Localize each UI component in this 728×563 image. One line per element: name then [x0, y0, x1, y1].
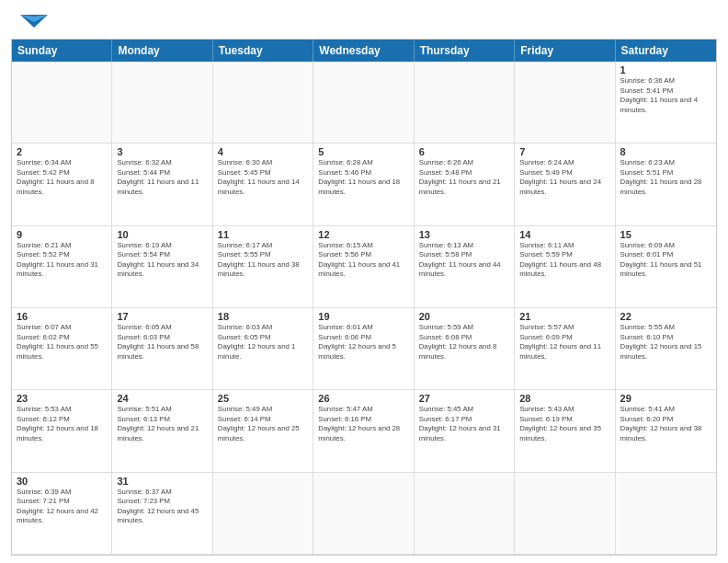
day-info: Sunrise: 5:59 AM Sunset: 6:08 PM Dayligh… — [419, 323, 509, 362]
day-info: Sunrise: 6:13 AM Sunset: 5:58 PM Dayligh… — [419, 241, 509, 280]
day-cell-22: 22Sunrise: 5:55 AM Sunset: 6:10 PM Dayli… — [616, 308, 716, 390]
empty-cell-0 — [12, 62, 112, 144]
calendar: SundayMondayTuesdayWednesdayThursdayFrid… — [11, 39, 717, 556]
day-number: 7 — [519, 146, 609, 157]
empty-cell-2 — [213, 62, 313, 144]
day-cell-28: 28Sunrise: 5:43 AM Sunset: 6:19 PM Dayli… — [515, 390, 615, 472]
header-day-wednesday: Wednesday — [313, 40, 414, 62]
day-cell-26: 26Sunrise: 5:47 AM Sunset: 6:16 PM Dayli… — [313, 390, 414, 472]
empty-cell-3 — [313, 62, 414, 144]
day-info: Sunrise: 6:05 AM Sunset: 6:03 PM Dayligh… — [117, 323, 207, 362]
empty-cell-41 — [616, 473, 716, 555]
day-number: 19 — [318, 311, 408, 322]
top-section — [11, 9, 717, 33]
day-info: Sunrise: 6:15 AM Sunset: 5:56 PM Dayligh… — [318, 241, 408, 280]
day-cell-31: 31Sunrise: 6:37 AM Sunset: 7:23 PM Dayli… — [112, 473, 212, 555]
header-day-friday: Friday — [515, 40, 615, 62]
day-info: Sunrise: 5:57 AM Sunset: 6:09 PM Dayligh… — [519, 323, 609, 362]
day-cell-7: 7Sunrise: 6:24 AM Sunset: 5:49 PM Daylig… — [515, 144, 615, 225]
empty-cell-39 — [415, 473, 515, 555]
day-number: 5 — [318, 146, 408, 157]
day-number: 14 — [519, 229, 609, 240]
day-number: 13 — [419, 229, 509, 240]
day-cell-6: 6Sunrise: 6:26 AM Sunset: 5:48 PM Daylig… — [415, 144, 515, 225]
day-cell-24: 24Sunrise: 5:51 AM Sunset: 6:13 PM Dayli… — [112, 390, 212, 472]
day-info: Sunrise: 6:11 AM Sunset: 5:59 PM Dayligh… — [519, 241, 609, 280]
day-cell-1: 1Sunrise: 6:36 AM Sunset: 5:41 PM Daylig… — [616, 62, 716, 144]
header-day-sunday: Sunday — [12, 40, 112, 62]
day-number: 3 — [117, 146, 207, 157]
day-info: Sunrise: 5:47 AM Sunset: 6:16 PM Dayligh… — [318, 405, 408, 443]
header-day-saturday: Saturday — [616, 40, 716, 62]
day-number: 22 — [620, 311, 711, 322]
day-number: 21 — [519, 311, 609, 322]
day-info: Sunrise: 6:23 AM Sunset: 5:51 PM Dayligh… — [620, 158, 711, 197]
header-day-tuesday: Tuesday — [213, 40, 313, 62]
day-info: Sunrise: 6:17 AM Sunset: 5:55 PM Dayligh… — [218, 241, 308, 280]
day-number: 15 — [620, 229, 711, 240]
header-day-thursday: Thursday — [415, 40, 515, 62]
day-info: Sunrise: 6:26 AM Sunset: 5:48 PM Dayligh… — [419, 158, 509, 197]
day-cell-17: 17Sunrise: 6:05 AM Sunset: 6:03 PM Dayli… — [112, 308, 212, 390]
day-info: Sunrise: 6:39 AM Sunset: 7:21 PM Dayligh… — [17, 488, 107, 526]
day-info: Sunrise: 6:21 AM Sunset: 5:52 PM Dayligh… — [17, 241, 107, 280]
day-info: Sunrise: 6:30 AM Sunset: 5:45 PM Dayligh… — [218, 158, 308, 197]
day-info: Sunrise: 6:03 AM Sunset: 6:05 PM Dayligh… — [218, 323, 308, 362]
empty-cell-37 — [213, 473, 313, 555]
day-info: Sunrise: 6:01 AM Sunset: 6:06 PM Dayligh… — [318, 323, 408, 362]
day-number: 29 — [620, 393, 711, 404]
day-info: Sunrise: 5:45 AM Sunset: 6:17 PM Dayligh… — [419, 405, 509, 443]
day-info: Sunrise: 5:55 AM Sunset: 6:10 PM Dayligh… — [620, 323, 711, 362]
day-number: 6 — [419, 146, 509, 157]
day-number: 9 — [17, 229, 107, 240]
day-cell-30: 30Sunrise: 6:39 AM Sunset: 7:21 PM Dayli… — [12, 473, 112, 555]
day-number: 12 — [318, 229, 408, 240]
day-cell-19: 19Sunrise: 6:01 AM Sunset: 6:06 PM Dayli… — [313, 308, 414, 390]
day-cell-27: 27Sunrise: 5:45 AM Sunset: 6:17 PM Dayli… — [415, 390, 515, 472]
day-info: Sunrise: 6:07 AM Sunset: 6:02 PM Dayligh… — [17, 323, 107, 362]
day-cell-9: 9Sunrise: 6:21 AM Sunset: 5:52 PM Daylig… — [12, 226, 112, 308]
day-info: Sunrise: 6:28 AM Sunset: 5:46 PM Dayligh… — [318, 158, 408, 197]
day-cell-8: 8Sunrise: 6:23 AM Sunset: 5:51 PM Daylig… — [616, 144, 716, 225]
day-cell-16: 16Sunrise: 6:07 AM Sunset: 6:02 PM Dayli… — [12, 308, 112, 390]
day-cell-29: 29Sunrise: 5:41 AM Sunset: 6:20 PM Dayli… — [616, 390, 716, 472]
day-info: Sunrise: 6:09 AM Sunset: 6:01 PM Dayligh… — [620, 241, 711, 280]
day-number: 23 — [17, 393, 107, 404]
day-cell-23: 23Sunrise: 5:53 AM Sunset: 6:12 PM Dayli… — [12, 390, 112, 472]
day-number: 28 — [519, 393, 609, 404]
day-number: 17 — [117, 311, 207, 322]
day-info: Sunrise: 6:32 AM Sunset: 5:44 PM Dayligh… — [117, 158, 207, 197]
day-number: 26 — [318, 393, 408, 404]
empty-cell-5 — [515, 62, 615, 144]
day-cell-12: 12Sunrise: 6:15 AM Sunset: 5:56 PM Dayli… — [313, 226, 414, 308]
day-info: Sunrise: 5:51 AM Sunset: 6:13 PM Dayligh… — [117, 405, 207, 443]
page: SundayMondayTuesdayWednesdayThursdayFrid… — [0, 0, 728, 563]
day-number: 31 — [117, 476, 207, 487]
day-cell-18: 18Sunrise: 6:03 AM Sunset: 6:05 PM Dayli… — [213, 308, 313, 390]
day-number: 24 — [117, 393, 207, 404]
day-info: Sunrise: 6:24 AM Sunset: 5:49 PM Dayligh… — [519, 158, 609, 197]
calendar-header: SundayMondayTuesdayWednesdayThursdayFrid… — [12, 40, 716, 62]
day-number: 20 — [419, 311, 509, 322]
day-info: Sunrise: 6:19 AM Sunset: 5:54 PM Dayligh… — [117, 241, 207, 280]
day-cell-10: 10Sunrise: 6:19 AM Sunset: 5:54 PM Dayli… — [112, 226, 212, 308]
day-cell-13: 13Sunrise: 6:13 AM Sunset: 5:58 PM Dayli… — [415, 226, 515, 308]
header-day-monday: Monday — [112, 40, 212, 62]
logo-icon — [11, 13, 57, 29]
day-cell-14: 14Sunrise: 6:11 AM Sunset: 5:59 PM Dayli… — [515, 226, 615, 308]
day-info: Sunrise: 6:37 AM Sunset: 7:23 PM Dayligh… — [117, 488, 207, 526]
day-cell-4: 4Sunrise: 6:30 AM Sunset: 5:45 PM Daylig… — [213, 144, 313, 225]
empty-cell-38 — [313, 473, 414, 555]
logo — [11, 13, 57, 33]
day-info: Sunrise: 6:36 AM Sunset: 5:41 PM Dayligh… — [620, 76, 711, 115]
day-cell-25: 25Sunrise: 5:49 AM Sunset: 6:14 PM Dayli… — [213, 390, 313, 472]
day-number: 1 — [620, 64, 711, 75]
day-number: 30 — [17, 476, 107, 487]
day-cell-21: 21Sunrise: 5:57 AM Sunset: 6:09 PM Dayli… — [515, 308, 615, 390]
empty-cell-40 — [515, 473, 615, 555]
day-number: 27 — [419, 393, 509, 404]
day-cell-15: 15Sunrise: 6:09 AM Sunset: 6:01 PM Dayli… — [616, 226, 716, 308]
day-number: 18 — [218, 311, 308, 322]
day-number: 2 — [17, 146, 107, 157]
day-info: Sunrise: 5:43 AM Sunset: 6:19 PM Dayligh… — [519, 405, 609, 443]
